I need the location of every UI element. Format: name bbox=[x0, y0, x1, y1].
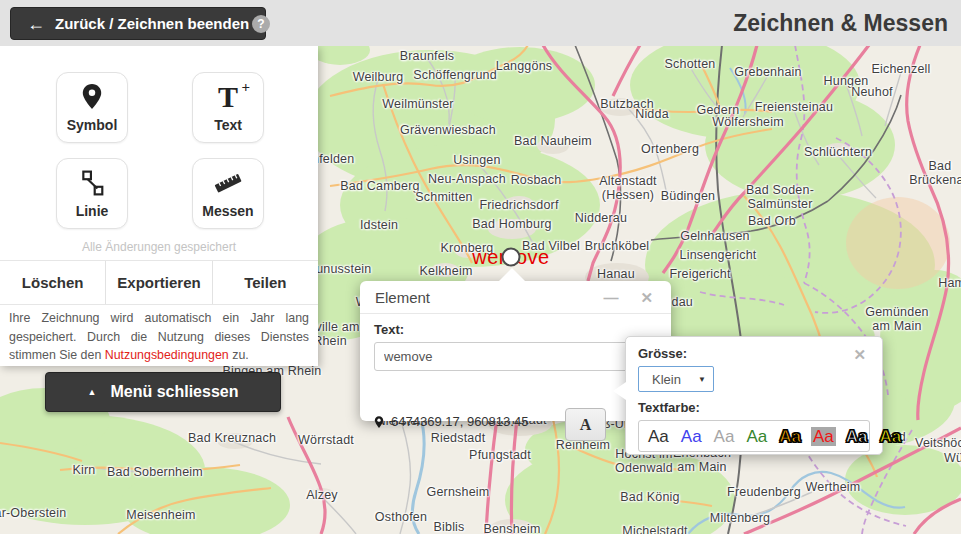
text-color-label: Textfarbe: bbox=[638, 400, 870, 415]
map-label: Gernsheim bbox=[427, 485, 490, 499]
map-label: Weilburg bbox=[353, 70, 404, 84]
map-label: Osthofen bbox=[375, 510, 427, 524]
map-label: Idstein bbox=[360, 218, 398, 232]
text-style-button[interactable]: A bbox=[565, 408, 606, 441]
close-menu-button[interactable]: ▲ Menü schliessen bbox=[45, 372, 281, 412]
map-label: Weilmünster bbox=[382, 97, 453, 111]
map-label: Riedstadt bbox=[431, 431, 486, 445]
map-label: Michelstadt bbox=[622, 524, 687, 534]
tool-symbol-label: Symbol bbox=[57, 117, 127, 133]
color-swatch-red[interactable]: Aa bbox=[811, 427, 836, 446]
element-coordinates: 6474369.17, 960813.45 bbox=[391, 414, 528, 429]
element-dialog-title: Element bbox=[375, 289, 587, 306]
map-label: Hammelburg bbox=[938, 276, 961, 290]
map-label: Wölfersheim bbox=[712, 115, 784, 129]
color-swatch-black[interactable]: Aa bbox=[646, 427, 671, 446]
map-label: Langgöns bbox=[496, 59, 553, 73]
back-button[interactable]: ← Zurück / Zeichnen beenden bbox=[10, 7, 266, 40]
terms-link[interactable]: Nutzungsbedingungen bbox=[105, 348, 229, 362]
tool-measure-button[interactable]: Messen bbox=[192, 158, 264, 229]
map-label: Biblis bbox=[433, 520, 464, 534]
map-label: Altenstadt (Hessen) bbox=[599, 174, 657, 203]
location-pin-icon bbox=[374, 415, 384, 429]
map-label: Schotten bbox=[665, 57, 716, 71]
map-label: Grebenhain bbox=[734, 65, 801, 79]
map-label: Braunfels bbox=[400, 49, 455, 63]
element-dialog-header: Element — ✕ bbox=[360, 281, 671, 314]
color-swatch-orange[interactable]: Aa bbox=[777, 427, 803, 446]
map-label: Grävenwiesbach bbox=[400, 123, 496, 137]
nature-park-area bbox=[846, 197, 950, 289]
page-title: Zeichnen & Messen bbox=[733, 0, 948, 46]
map-label: Veitshöchheim bbox=[915, 436, 961, 450]
tool-symbol-button[interactable]: Symbol bbox=[56, 72, 128, 143]
map-label: Bad Kreuznach bbox=[188, 431, 276, 445]
map-label: Bad Homburg bbox=[472, 217, 551, 231]
color-swatch-white[interactable]: Aa bbox=[844, 427, 870, 446]
text-style-popup: ✕ Grösse: Klein ▼ Textfarbe: AaAaAaAaAaA… bbox=[625, 336, 883, 455]
map-label: Miltenberg bbox=[710, 511, 770, 525]
disclaimer-text: Ihre Zeichnung wird automatisch ein Jahr… bbox=[9, 309, 309, 365]
minimize-icon[interactable]: — bbox=[597, 289, 624, 306]
color-swatch-yellow[interactable]: Aa bbox=[877, 427, 903, 446]
map-label: Neu-Anspach bbox=[428, 172, 506, 186]
delete-button[interactable]: Löschen bbox=[0, 261, 106, 304]
color-swatch-green[interactable]: Aa bbox=[744, 427, 769, 446]
color-swatch-blue[interactable]: Aa bbox=[679, 427, 704, 446]
map-label: Kirn bbox=[72, 463, 95, 477]
drawn-element-marker[interactable] bbox=[502, 248, 521, 267]
tool-line-label: Linie bbox=[57, 203, 127, 219]
map-label: Nidda bbox=[635, 107, 669, 121]
zeichnen-messen-app: BraunfelsWeilburgSchöffengrundLanggönsSc… bbox=[0, 0, 961, 534]
ruler-icon bbox=[193, 166, 263, 200]
map-label: Neuhof bbox=[851, 85, 893, 99]
map-label: Bad Sobernheim bbox=[107, 465, 203, 479]
map-label: Friedrichsdorf bbox=[479, 198, 558, 212]
map-label: Würzburg bbox=[944, 451, 961, 465]
map-label: Alzey bbox=[306, 488, 338, 502]
size-label: Grösse: bbox=[638, 346, 870, 361]
size-select[interactable]: Klein ▼ bbox=[638, 366, 714, 392]
text-field-label: Text: bbox=[374, 322, 657, 337]
autosave-status: Alle Änderungen gespeichert bbox=[0, 240, 318, 254]
map-label: Eichenzell bbox=[872, 62, 931, 76]
action-row: Löschen Exportieren Teilen bbox=[0, 260, 318, 305]
export-button[interactable]: Exportieren bbox=[106, 261, 212, 304]
map-label: Wertheim bbox=[806, 480, 861, 494]
popup-tail bbox=[613, 382, 626, 400]
map-label: Bad Camberg bbox=[340, 179, 419, 193]
popup-close-icon[interactable]: ✕ bbox=[847, 345, 872, 365]
color-swatch-gray[interactable]: Aa bbox=[712, 427, 737, 446]
map-label: Büdingen bbox=[661, 189, 715, 203]
map-label: Nidderau bbox=[575, 211, 627, 225]
map-pin-icon bbox=[57, 80, 127, 114]
tool-measure-label: Messen bbox=[193, 203, 263, 219]
close-icon[interactable]: ✕ bbox=[634, 289, 659, 306]
tool-line-button[interactable]: Linie bbox=[56, 158, 128, 229]
map-label: Gemünden am Main bbox=[865, 305, 928, 334]
map-label: Linsengericht bbox=[680, 248, 757, 262]
topbar: ← Zurück / Zeichnen beenden ? Zeichnen &… bbox=[0, 0, 961, 46]
map-label: Bad Orb bbox=[748, 214, 796, 228]
tool-text-button[interactable]: T+ Text bbox=[192, 72, 264, 143]
map-label: Idar-Oberstein bbox=[0, 506, 66, 520]
coordinate-row: 6474369.17, 960813.45 bbox=[374, 414, 528, 429]
map-label: Gelnhausen bbox=[680, 229, 749, 243]
map-label: Ortenberg bbox=[641, 142, 699, 156]
toolbox-panel: Symbol T+ Text Linie Messen Alle Änderun… bbox=[0, 46, 318, 366]
map-label: Bruchköbel bbox=[585, 239, 650, 253]
map-label: Schlüchtern bbox=[804, 145, 872, 159]
map-label: Usingen bbox=[453, 153, 500, 167]
map-label: Freudenberg bbox=[727, 485, 801, 499]
back-button-label: Zurück / Zeichnen beenden bbox=[55, 15, 249, 32]
help-icon[interactable]: ? bbox=[252, 15, 270, 33]
share-button[interactable]: Teilen bbox=[213, 261, 318, 304]
element-text-input[interactable] bbox=[374, 342, 657, 371]
map-label: Meisenheim bbox=[126, 508, 195, 522]
map-label: Bad Nauheim bbox=[514, 134, 592, 148]
back-arrow-icon: ← bbox=[27, 15, 45, 33]
map-label: Bad König bbox=[620, 490, 679, 504]
close-menu-label: Menü schliessen bbox=[110, 383, 238, 401]
map-label: Freiensteinau bbox=[755, 100, 833, 114]
map-label: Kelkheim bbox=[419, 264, 472, 278]
